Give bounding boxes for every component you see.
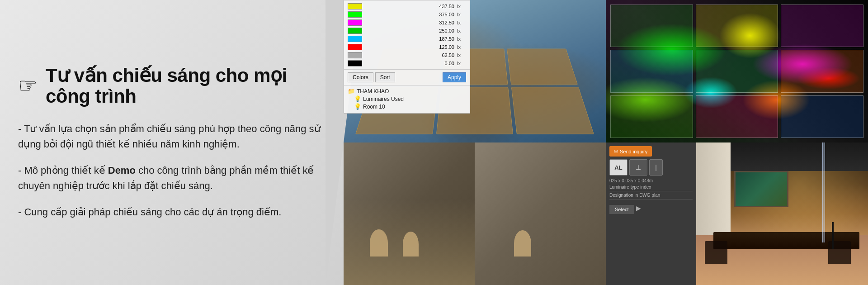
room-label: Room 10 (363, 104, 385, 110)
fixture-icon-box[interactable]: ⊥ (629, 159, 647, 176)
legend-unit-5: lx (457, 44, 466, 50)
workers-right (475, 142, 606, 285)
building-2 (696, 5, 778, 47)
desk-3 (507, 49, 578, 85)
thin-icon: | (655, 164, 657, 171)
person-2 (403, 232, 419, 256)
right-panel: 437.50 lx 375.00 lx 312.50 lx 250.00 lx (344, 0, 868, 285)
building-shapes (610, 5, 863, 138)
legend-unit-0: lx (457, 4, 466, 9)
fixture-icon: ⊥ (636, 164, 641, 171)
sort-button[interactable]: Sort (375, 72, 395, 82)
bottom-right-area: ✉ Send inquiry AL ⊥ | 025 x 0.035 x 0. (606, 142, 868, 285)
legend-color-1 (348, 11, 362, 18)
legend-buttons: Colors Sort Apply (344, 69, 470, 85)
person-1 (370, 229, 388, 256)
tree-item-luminaires[interactable]: 💡 Luminaires Used (348, 95, 466, 103)
desk-6 (511, 87, 594, 134)
legend-row-6: 62.50 lx (348, 51, 466, 59)
apply-button[interactable]: Apply (443, 72, 466, 82)
room-icon: 💡 (354, 103, 361, 110)
legend-value-6: 62.50 (365, 52, 454, 58)
wall-art (734, 171, 788, 207)
building-7 (610, 95, 693, 138)
legend-color-3 (348, 28, 362, 34)
workers-left (344, 142, 475, 285)
luminaire-type-label: Luminaire type index (609, 183, 693, 191)
al-icon-box[interactable]: AL (609, 159, 627, 176)
heatmap-canvas (606, 0, 868, 142)
bullet-2-text1: - Mô phỏng thiết kế (18, 165, 108, 176)
dimension-text: 025 x 0.035 x 0.048m (609, 178, 693, 183)
thin-icon-box[interactable]: | (649, 159, 663, 176)
legend-value-7: 0.00 (365, 61, 454, 66)
building-8 (696, 95, 778, 138)
building-5 (696, 50, 778, 92)
legend-unit-7: lx (457, 61, 466, 66)
workers-bg (344, 142, 606, 285)
legend-color-4 (348, 36, 362, 42)
legend-color-0 (348, 3, 362, 10)
bullet-item-2: - Mô phỏng thiết kế Demo cho công trình … (18, 163, 326, 194)
legend-row-5: 125.00 lx (348, 43, 466, 51)
legend-row-0: 437.50 lx (348, 2, 466, 10)
lamp-stand (832, 222, 834, 249)
tree-header-label: THAM KHAO (357, 88, 389, 95)
legend-value-2: 312.50 (365, 20, 454, 25)
bullet-list: - Tư vấn lựa chọn sản phẩm chiếu sáng ph… (18, 121, 326, 220)
legend-value-3: 250.00 (365, 28, 454, 33)
legend-color-7 (348, 60, 362, 66)
legend-value-4: 187.50 (365, 36, 454, 42)
heatmap-image (606, 0, 868, 142)
legend-color-5 (348, 44, 362, 50)
legend-color-2 (348, 19, 362, 26)
legend-value-0: 437.50 (365, 4, 454, 9)
legend-row-3: 250.00 lx (348, 27, 466, 35)
icon-boxes: AL ⊥ | (609, 159, 693, 176)
building-3 (781, 5, 863, 47)
office-3d-image: 437.50 lx 375.00 lx 312.50 lx 250.00 lx (344, 0, 606, 142)
person-3 (514, 230, 531, 256)
legend-row-4: 187.50 lx (348, 35, 466, 43)
interior-render (696, 142, 868, 285)
arrow-icon: ▶ (636, 204, 641, 212)
luminaires-icon: 💡 (354, 95, 361, 102)
demo-label: Demo (108, 165, 136, 176)
chair-1 (705, 241, 727, 264)
legend-value-5: 125.00 (365, 44, 454, 50)
legend-row-2: 312.50 lx (348, 19, 466, 27)
legend-row-1: 375.00 lx (348, 10, 466, 19)
al-label: AL (614, 164, 622, 171)
send-icon: ✉ (614, 148, 618, 154)
tree-header: 📁 THAM KHAO (348, 87, 466, 95)
select-button[interactable]: Select (609, 205, 634, 214)
legend-unit-1: lx (457, 12, 466, 17)
software-legend-panel: 437.50 lx 375.00 lx 312.50 lx 250.00 lx (344, 0, 470, 114)
luminaires-label: Luminaires Used (363, 96, 404, 102)
folder-icon: 📁 (348, 88, 355, 95)
tree-section: 📁 THAM KHAO 💡 Luminaires Used 💡 Room 10 (344, 85, 470, 113)
building-4 (610, 50, 693, 92)
left-panel: ☞ Tư vấn chiếu sáng cho mọi công trình -… (0, 0, 344, 285)
legend-row-7: 0.00 lx (348, 59, 466, 67)
legend-color-6 (348, 52, 362, 58)
send-inquiry-button[interactable]: ✉ Send inquiry (609, 146, 652, 157)
legend-rows: 437.50 lx 375.00 lx 312.50 lx 250.00 lx (344, 0, 470, 69)
glass-partition (822, 142, 825, 242)
designation-label: Designation in DWG plan (609, 191, 693, 200)
page-title: Tư vấn chiếu sáng cho mọi công trình (46, 65, 326, 107)
colors-button[interactable]: Colors (348, 72, 373, 82)
tree-item-room[interactable]: 💡 Room 10 (348, 103, 466, 110)
bullet-item-3: - Cung cấp giải pháp chiếu sáng cho các … (18, 204, 326, 220)
legend-unit-4: lx (457, 36, 466, 42)
building-1 (610, 5, 693, 47)
building-9 (781, 95, 863, 138)
send-inquiry-row: ✉ Send inquiry (609, 146, 693, 157)
send-inquiry-label: Send inquiry (620, 149, 647, 154)
workers-photo (344, 142, 606, 285)
title-row: ☞ Tư vấn chiếu sáng cho mọi công trình (18, 65, 326, 107)
legend-unit-3: lx (457, 28, 466, 33)
legend-value-1: 375.00 (365, 12, 454, 17)
hand-icon: ☞ (18, 75, 38, 97)
legend-unit-2: lx (457, 20, 466, 25)
